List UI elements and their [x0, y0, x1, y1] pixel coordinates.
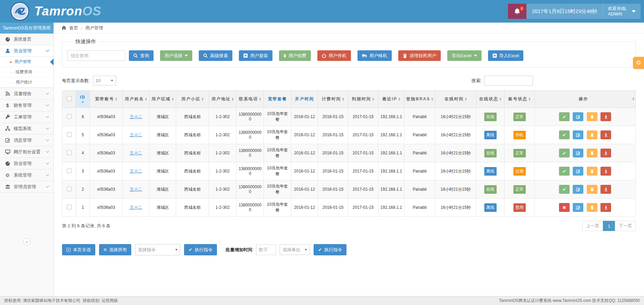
delete-user-button[interactable]: [587, 167, 597, 176]
user-menu[interactable]: 欢迎光临, ADMIN: [603, 4, 641, 19]
user-name-link[interactable]: 王小二: [130, 151, 142, 155]
download-user-button[interactable]: [600, 149, 611, 157]
prev-page-button[interactable]: 上一页: [582, 221, 603, 231]
download-user-button[interactable]: [600, 130, 611, 139]
sidebar-item-workorder-mgmt[interactable]: 工单管理: [0, 111, 53, 123]
user-name-link[interactable]: 王小二: [130, 132, 142, 137]
select-page-button[interactable]: 本页全选: [62, 244, 95, 255]
execute-batch-button[interactable]: ✔ 执行指令: [314, 244, 347, 255]
toggle-user-button[interactable]: ✖: [559, 203, 570, 212]
toggle-user-button[interactable]: ✔: [559, 149, 570, 157]
query-button[interactable]: 查询: [129, 50, 154, 61]
sidebar-item-system-home[interactable]: 系统首页: [0, 34, 53, 45]
select-all-checkbox[interactable]: [67, 96, 72, 101]
user-name-link[interactable]: 王小二: [130, 187, 142, 192]
edit-user-button[interactable]: [573, 167, 583, 176]
table-search-input[interactable]: [484, 76, 533, 86]
unit-select[interactable]: 选择单位: [280, 244, 310, 255]
select-all-button[interactable]: ≡ 选择所有: [99, 244, 131, 255]
sidebar-item-message-mgmt[interactable]: 消息管理: [0, 135, 53, 146]
sidebar-item-user-mgmt[interactable]: » 用户管理: [0, 57, 53, 67]
column-header-bras[interactable]: 登陆BRAS: [404, 91, 435, 108]
row-checkbox[interactable]: [67, 205, 72, 209]
combined-search-input[interactable]: [67, 50, 125, 61]
download-user-button[interactable]: [600, 112, 611, 121]
row-checkbox[interactable]: [67, 168, 72, 173]
row-checkbox[interactable]: [67, 150, 72, 155]
new-install-button[interactable]: 用户新装: [239, 50, 272, 61]
edit-user-button[interactable]: [573, 185, 583, 194]
toggle-user-button[interactable]: ✔: [559, 167, 570, 176]
account-status-badge: 停机: [513, 131, 526, 139]
column-header-region[interactable]: 用户区域: [149, 91, 176, 108]
settings-gear-button[interactable]: ⚙: [633, 57, 644, 69]
export-excel-dropdown-button[interactable]: 导出Excel: [447, 50, 482, 61]
column-header-online-time[interactable]: 在线时间: [435, 91, 476, 108]
sidebar-item-traffic-report[interactable]: 流量报告: [0, 88, 53, 100]
execute-command-button[interactable]: ✔ 执行指令: [184, 244, 217, 255]
sidebar-item-finance-mgmt[interactable]: $ 财务管理: [0, 100, 53, 111]
edit-user-button[interactable]: [573, 112, 583, 121]
edit-user-button[interactable]: [573, 130, 583, 139]
user-name-link[interactable]: 王小二: [130, 169, 142, 174]
download-user-button[interactable]: [600, 185, 611, 194]
command-select[interactable]: 选择指令: [135, 244, 180, 255]
move-user-button[interactable]: 用户移机: [357, 50, 392, 61]
row-checkbox[interactable]: [67, 132, 72, 137]
column-header-bill-date[interactable]: 计费时间: [318, 91, 348, 108]
delete-user-button[interactable]: [587, 112, 597, 121]
sidebar-item-user-stats[interactable]: ···· 用户统计: [0, 77, 53, 88]
column-header-id[interactable]: ID▼: [76, 91, 90, 108]
clean-dead-users-button[interactable]: 清理挂死用户: [398, 50, 441, 61]
per-page-select[interactable]: 10: [93, 76, 116, 86]
advanced-search-button[interactable]: 高级搜索: [199, 50, 232, 61]
column-header-community[interactable]: 用户小区: [176, 91, 209, 108]
user-select-dropdown-button[interactable]: 用户选择: [160, 50, 192, 61]
user-name-link[interactable]: 王小二: [130, 114, 142, 119]
toggle-user-button[interactable]: ✔: [559, 130, 570, 139]
user-name-link[interactable]: 王小二: [130, 205, 142, 210]
delete-user-button[interactable]: [587, 149, 597, 157]
import-excel-button[interactable]: 导入Excel: [488, 50, 524, 61]
toggle-user-button[interactable]: ✔: [559, 112, 570, 121]
column-header-ip[interactable]: 最近IP: [378, 91, 404, 108]
column-header-open-date[interactable]: 开户时间: [291, 91, 318, 108]
select-all-header[interactable]: [62, 91, 76, 108]
toggle-user-button[interactable]: ✔: [559, 185, 570, 194]
column-header-account[interactable]: 宽带账号: [90, 91, 123, 108]
column-header-address[interactable]: 用户地址: [209, 91, 236, 108]
next-page-button[interactable]: 下一页: [615, 221, 636, 231]
column-header-online-status[interactable]: 在线状态: [476, 91, 505, 108]
download-user-button[interactable]: [600, 203, 611, 212]
delete-user-button[interactable]: [587, 185, 597, 194]
sidebar-item-admin-mgmt[interactable]: 管理员管理: [0, 181, 53, 193]
sidebar-item-renewal-query[interactable]: ···· 续费查询: [0, 67, 53, 77]
column-header-phone[interactable]: 联系电话: [236, 91, 264, 108]
sidebar-item-business-mgmt-2[interactable]: 营业管理: [0, 158, 53, 169]
breadcrumb-home[interactable]: 首页: [69, 25, 78, 31]
row-checkbox[interactable]: [67, 114, 72, 119]
delete-user-button[interactable]: [587, 203, 597, 212]
row-checkbox[interactable]: [67, 187, 72, 191]
column-header-account-status[interactable]: 账号状态: [505, 91, 535, 108]
renew-button[interactable]: ¥ 用户续费: [279, 50, 311, 61]
sidebar-item-business-mgmt[interactable]: 营业管理: [0, 45, 53, 57]
suspend-user-button[interactable]: 用户停机: [317, 50, 351, 61]
download-user-button[interactable]: [600, 167, 611, 176]
sidebar-item-model-system[interactable]: 模型系统: [0, 123, 53, 135]
notifications-button[interactable]: 8: [508, 4, 526, 19]
sidebar-item-system-mgmt[interactable]: ⚙ 系统管理: [0, 169, 53, 181]
sidebar-collapse-button[interactable]: «: [23, 238, 31, 245]
edit-user-button[interactable]: [573, 149, 583, 157]
app-header: TamronOS 8 2017年1月9日15时23分48秒 欢迎光临, ADMI…: [0, 0, 644, 23]
column-header-name[interactable]: 用户姓名: [123, 91, 149, 108]
edit-user-button[interactable]: [573, 203, 583, 212]
column-header-expire-date[interactable]: 到期时间: [348, 91, 378, 108]
panel-title: 快速操作: [73, 38, 99, 45]
delete-user-button[interactable]: [587, 130, 597, 139]
sidebar-item-portal-settings[interactable]: 网厅前台设置: [0, 146, 53, 158]
column-header-actions[interactable]: 操作: [535, 91, 636, 108]
current-page-button[interactable]: 1: [603, 221, 615, 231]
batch-number-input[interactable]: [256, 244, 276, 255]
column-header-plan[interactable]: 宽带套餐: [264, 91, 291, 108]
